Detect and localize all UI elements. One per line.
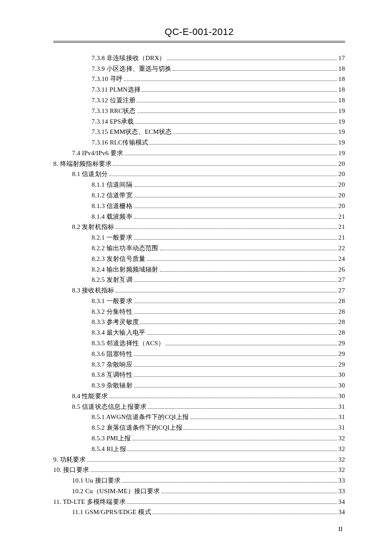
- toc-entry-label: 8.2.1 一般要求: [92, 234, 133, 241]
- toc-entry-page: 27: [338, 287, 345, 294]
- toc-entry-page: 31: [338, 425, 345, 431]
- toc-entry: 8.1 信道划分20: [72, 169, 345, 180]
- toc-entry: 8.3.4 最大输入电平28: [92, 327, 345, 338]
- toc-entry-label: 7.3.9 小区选择、重选与切换: [92, 66, 171, 72]
- toc-entry-label: 8.3.3 参考灵敏度: [92, 319, 139, 325]
- toc-entry-label: 8.3 接收机指标: [72, 287, 114, 294]
- toc-entry-label: 8.1.3 信道栅格: [92, 203, 133, 209]
- toc-entry-label: 8.2.4 输出射频频域辐射: [92, 266, 159, 273]
- toc-entry-label: 7.3.14 EPS承载: [92, 119, 134, 125]
- toc-entry-label: 8.1 信道划分: [72, 171, 108, 177]
- toc-entry-page: 20: [338, 171, 345, 177]
- toc-entry-label: 8.2.2 输出功率动态范围: [92, 245, 159, 251]
- toc-entry: 7.3.16 RLC传输模式19: [92, 137, 345, 148]
- toc-entry: 8.3 接收机指标27: [72, 285, 345, 296]
- toc-entry-label: 11.1 GSM/GPRS/EDGE 模式: [72, 509, 151, 515]
- document-page: QC-E-001-2012 7.3.8 非连续接收（DRX）177.3.9 小区…: [0, 0, 392, 555]
- toc-entry: 7.4 IPv4/IPv6 要求19: [72, 148, 345, 159]
- toc-entry-page: 19: [338, 108, 345, 114]
- toc-entry-label: 8.4 性能要求: [72, 393, 108, 399]
- toc-leader-dots: [87, 461, 337, 462]
- toc-entry-label: 8.1.4 载波频率: [92, 214, 133, 220]
- toc-leader-dots: [127, 451, 337, 451]
- toc-entry-label: 8.5 信道状态信息上报要求: [72, 404, 147, 410]
- toc-entry-page: 21: [338, 224, 345, 230]
- toc-entry: 10. 接口要求32: [53, 465, 345, 475]
- toc-entry: 7.3.12 位置注册18: [92, 95, 345, 106]
- toc-entry: 8.1.2 信道带宽20: [92, 190, 345, 201]
- toc-entry: 8.3.9 杂散辐射30: [92, 380, 345, 391]
- toc-entry-label: 7.3.15 EMM状态、ECM状态: [92, 129, 172, 135]
- toc-entry-page: 20: [338, 192, 345, 199]
- toc-entry-label: 7.3.16 RLC传输模式: [92, 139, 148, 146]
- toc-entry-page: 28: [338, 309, 345, 315]
- document-header: QC-E-001-2012: [53, 26, 345, 40]
- toc-entry-page: 27: [338, 277, 345, 283]
- toc-leader-dots: [134, 356, 337, 356]
- toc-entry-label: 10.2 Cu（USIM-ME）接口要求: [72, 488, 160, 494]
- toc-entry-label: 7.3.12 位置注册: [92, 97, 135, 104]
- toc-entry-page: 31: [338, 404, 345, 410]
- toc-entry: 7.3.15 EMM状态、ECM状态19: [92, 127, 345, 137]
- toc-entry: 8.4 性能要求30: [72, 391, 345, 402]
- toc-leader-dots: [109, 398, 337, 398]
- toc-entry-label: 8.2 发射机指标: [72, 224, 114, 230]
- toc-entry-label: 8.3.1 一般要求: [92, 298, 133, 304]
- toc-entry: 11. TD-LTE 多模终端要求34: [53, 497, 345, 507]
- toc-entry-page: 34: [338, 509, 345, 515]
- toc-entry: 8.2.2 输出功率动态范围22: [92, 243, 345, 254]
- toc-entry: 8.3.2 分集特性28: [92, 306, 345, 317]
- toc-leader-dots: [142, 91, 337, 92]
- toc-entry: 7.3.13 RRC状态19: [92, 106, 345, 116]
- toc-leader-dots: [134, 387, 337, 387]
- toc-entry-page: 20: [338, 161, 345, 167]
- toc-entry: 7.3.9 小区选择、重选与切换18: [92, 64, 345, 74]
- toc-entry: 7.3.10 寻呼18: [92, 74, 345, 85]
- toc-entry-page: 20: [338, 203, 345, 209]
- toc-leader-dots: [134, 281, 337, 282]
- toc-entry-label: 8.3.6 阻塞特性: [92, 351, 133, 357]
- toc-entry: 8.5 信道状态信息上报要求31: [72, 402, 345, 412]
- toc-entry: 8.2 发射机指标21: [72, 222, 345, 233]
- toc-entry-label: 8.5.2 衰落信道条件下的CQI上报: [92, 425, 182, 431]
- toc-leader-dots: [190, 419, 337, 419]
- toc-entry: 7.3.11 PLMN选择18: [92, 84, 345, 95]
- toc-entry-page: 17: [338, 55, 345, 61]
- toc-entry-label: 9. 功耗要求: [53, 457, 86, 463]
- toc-leader-dots: [147, 334, 337, 335]
- toc-leader-dots: [134, 197, 337, 197]
- toc-entry-page: 22: [338, 245, 345, 251]
- toc-entry-page: 21: [338, 234, 345, 241]
- toc-entry-page: 28: [338, 319, 345, 325]
- toc-entry: 8. 终端射频指标要求20: [53, 159, 345, 169]
- toc-leader-dots: [115, 292, 337, 292]
- toc-leader-dots: [166, 345, 337, 345]
- toc-entry: 8.1.4 载波频率21: [92, 211, 345, 222]
- toc-entry: 7.3.14 EPS承载19: [92, 116, 345, 127]
- toc-entry: 8.2.4 输出射频频域辐射26: [92, 264, 345, 275]
- toc-entry: 8.5.4 RI上报32: [92, 444, 345, 454]
- toc-leader-dots: [184, 429, 337, 430]
- toc-entry-page: 33: [338, 488, 345, 494]
- toc-leader-dots: [122, 482, 337, 483]
- toc-leader-dots: [173, 133, 337, 134]
- toc-entry-page: 18: [338, 97, 345, 104]
- toc-entry-page: 19: [338, 129, 345, 135]
- toc-entry: 8.1.1 信道间隔20: [92, 179, 345, 190]
- toc-entry-page: 29: [338, 361, 345, 368]
- toc-entry-label: 8.5.1 AWGN信道条件下的CQI上报: [92, 414, 189, 420]
- toc-entry: 10.2 Cu（USIM-ME）接口要求33: [72, 486, 345, 497]
- toc-leader-dots: [147, 260, 337, 261]
- toc-entry-page: 30: [338, 372, 345, 378]
- toc-leader-dots: [150, 144, 337, 145]
- toc-leader-dots: [113, 165, 337, 166]
- toc-entry-label: 7.3.10 寻呼: [92, 76, 123, 82]
- toc-leader-dots: [137, 113, 337, 113]
- toc-leader-dots: [134, 239, 337, 240]
- toc-leader-dots: [167, 60, 337, 60]
- toc-entry-page: 30: [338, 393, 345, 399]
- toc-entry-label: 7.4 IPv4/IPv6 要求: [72, 150, 123, 156]
- toc-entry: 8.3.7 杂散响应29: [92, 359, 345, 370]
- toc-entry: 8.5.2 衰落信道条件下的CQI上报31: [92, 422, 345, 433]
- toc-entry: 8.2.1 一般要求21: [92, 232, 345, 243]
